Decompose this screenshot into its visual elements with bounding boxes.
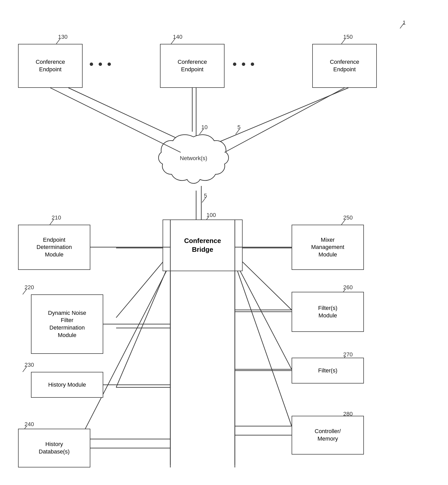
svg-line-10 xyxy=(235,261,292,369)
mixer-management-box: Mixer Management Module xyxy=(292,225,364,270)
svg-line-24 xyxy=(171,39,175,44)
filters-module-label: Filter(s) Module xyxy=(318,304,338,319)
endpoint-140-box: Conference Endpoint xyxy=(160,44,225,88)
svg-line-31 xyxy=(50,220,54,225)
history-database-label: History Database(s) xyxy=(39,441,70,455)
endpoint-130-box: Conference Endpoint xyxy=(18,44,83,88)
controller-memory-label: Controller/ Memory xyxy=(315,428,341,442)
svg-line-5 xyxy=(116,253,170,318)
endpoint-150-box: Conference Endpoint xyxy=(312,44,377,88)
svg-line-41 xyxy=(225,88,345,152)
filters-module-box: Filter(s) Module xyxy=(292,292,364,332)
svg-line-23 xyxy=(56,39,60,44)
slash-1 xyxy=(399,23,406,29)
conference-bridge-label: Conference Bridge xyxy=(184,237,221,254)
network-cloud: Network(s) xyxy=(157,132,230,191)
filters-label: Filter(s) xyxy=(318,367,338,374)
filters-box: Filter(s) xyxy=(292,358,364,384)
history-module-label: History Module xyxy=(48,381,86,389)
dots-left: ● ● ● xyxy=(89,59,113,68)
svg-line-33 xyxy=(23,367,27,372)
svg-line-29 xyxy=(202,197,206,202)
svg-line-25 xyxy=(341,39,345,44)
svg-line-22 xyxy=(400,23,404,28)
conference-bridge-box: Conference Bridge xyxy=(163,220,243,271)
svg-text:Network(s): Network(s) xyxy=(180,155,207,161)
dynamic-noise-box: Dynamic Noise Filter Determination Modul… xyxy=(31,294,103,354)
endpoint-130-label: Conference Endpoint xyxy=(36,58,65,73)
endpoint-150-label: Conference Endpoint xyxy=(330,58,359,73)
dynamic-noise-label: Dynamic Noise Filter Determination Modul… xyxy=(48,309,86,339)
svg-line-27 xyxy=(236,129,239,134)
svg-line-6 xyxy=(116,261,170,387)
slash-5b xyxy=(201,197,209,203)
slash-230 xyxy=(21,366,29,373)
dots-right: ● ● ● xyxy=(232,59,256,68)
svg-line-35 xyxy=(341,220,345,225)
svg-line-32 xyxy=(23,289,27,294)
slash-5a xyxy=(234,129,242,167)
history-database-box: History Database(s) xyxy=(18,429,90,467)
svg-line-9 xyxy=(235,254,292,310)
endpoint-140-label: Conference Endpoint xyxy=(178,58,207,73)
mixer-management-label: Mixer Management Module xyxy=(311,236,344,259)
endpoint-determination-box: Endpoint Determination Module xyxy=(18,225,90,270)
controller-memory-box: Controller/ Memory xyxy=(292,416,364,455)
svg-line-11 xyxy=(235,263,292,426)
history-module-box: History Module xyxy=(31,372,103,398)
endpoint-determination-label: Endpoint Determination Module xyxy=(37,236,72,259)
diagram-container: 1 130 Conference Endpoint ● ● ● 140 Conf… xyxy=(0,0,448,485)
slash-220 xyxy=(21,289,29,295)
